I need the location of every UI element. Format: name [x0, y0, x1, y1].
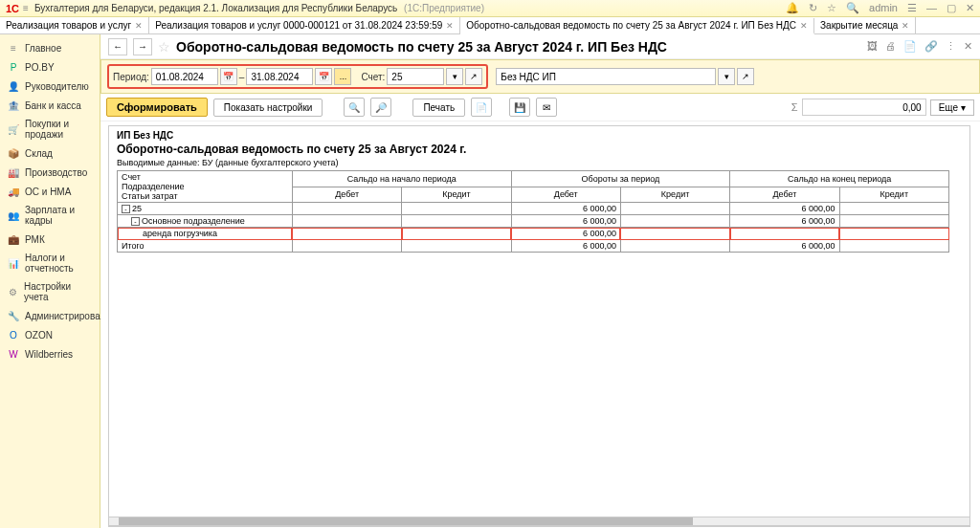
dropdown-icon[interactable]: ▾ [718, 68, 735, 85]
generate-button[interactable]: Сформировать [106, 98, 208, 117]
doc-icon[interactable]: 📄 [903, 40, 917, 53]
tree-toggle-icon[interactable]: - [131, 217, 140, 226]
sidebar-item-label: Склад [25, 148, 53, 159]
period-picker-button[interactable]: ... [334, 68, 351, 85]
sidebar-item-13[interactable]: OOZON [0, 325, 100, 344]
user-label[interactable]: admin [869, 2, 898, 14]
email-icon[interactable]: ✉ [536, 98, 557, 117]
sidebar-item-14[interactable]: WWildberries [0, 344, 100, 363]
sidebar-item-5[interactable]: 📦Склад [0, 143, 100, 163]
search-icon[interactable]: 🔍 [846, 2, 859, 14]
sidebar-item-7[interactable]: 🚚ОС и НМА [0, 182, 100, 201]
sidebar-item-label: Главное [25, 43, 61, 54]
sidebar-item-6[interactable]: 🏭Производство [0, 163, 100, 182]
open-icon[interactable]: ↗ [737, 68, 754, 85]
show-settings-button[interactable]: Показать настройки [213, 99, 323, 117]
sidebar-icon: ≡ [8, 42, 19, 54]
tab-1[interactable]: Реализация товаров и услуг 0000-000121 о… [149, 17, 460, 33]
period-group: Период: 📅 – 📅 ... Счет: ▾ ↗ [107, 64, 488, 89]
zoom-in-icon[interactable]: 🔍 [344, 98, 365, 117]
tab-2[interactable]: Оборотно-сальдовая ведомость по счету 25… [460, 18, 814, 34]
app-title: Бухгалтерия для Беларуси, редакция 2.1. … [34, 3, 786, 13]
sidebar-icon: 📊 [8, 257, 19, 269]
close-page-icon[interactable]: ✕ [964, 40, 972, 53]
favorite-icon[interactable]: ☆ [158, 39, 170, 55]
bell-icon[interactable]: 🔔 [786, 2, 799, 14]
report-org: ИП Без НДС [117, 130, 962, 141]
sidebar-icon: 👤 [8, 80, 19, 92]
more-icon[interactable]: ⋮ [946, 40, 956, 53]
sidebar: ≡ГлавноеPPO.BY👤Руководителю🏦Банк и касса… [0, 34, 100, 528]
star-icon[interactable]: ☆ [827, 2, 836, 14]
tab-close-icon[interactable]: ✕ [800, 21, 808, 31]
sidebar-icon: 📦 [8, 147, 19, 159]
sidebar-item-label: Покупки и продажи [25, 119, 92, 140]
print-button[interactable]: Печать [412, 99, 465, 117]
tab-0[interactable]: Реализация товаров и услуг✕ [0, 17, 149, 33]
report-meta: Выводимые данные: БУ (данные бухгалтерск… [117, 158, 962, 167]
sidebar-item-8[interactable]: 👥Зарплата и кадры [0, 201, 100, 230]
calendar-icon[interactable]: 📅 [220, 68, 237, 85]
back-button[interactable]: ← [108, 38, 127, 55]
date-to-input[interactable] [246, 68, 313, 85]
page-header: ← → ☆ Оборотно-сальдовая ведомость по сч… [100, 34, 980, 59]
org-input[interactable] [496, 68, 716, 85]
maximize-icon[interactable]: ▢ [947, 2, 956, 14]
close-icon[interactable]: ✕ [966, 2, 974, 14]
page-setup-icon[interactable]: 📄 [471, 98, 492, 117]
sidebar-icon: 💼 [8, 233, 19, 245]
sidebar-icon: 🏭 [8, 166, 19, 178]
sum-display [802, 99, 926, 116]
menu-icon[interactable]: ☰ [907, 2, 917, 14]
horizontal-scrollbar[interactable] [108, 517, 970, 526]
sidebar-item-1[interactable]: PPO.BY [0, 57, 100, 77]
minimize-icon[interactable]: — [926, 2, 937, 14]
date-from-input[interactable] [151, 68, 218, 85]
tabs-bar: Реализация товаров и услуг✕ Реализация т… [0, 17, 980, 34]
sidebar-item-10[interactable]: 📊Налоги и отчетность [0, 249, 100, 277]
report-table: Счет Подразделение Статьи затрат Сальдо … [117, 170, 949, 253]
more-button[interactable]: Еще▾ [930, 99, 974, 116]
sidebar-icon: 🔧 [8, 310, 19, 321]
hamburger-icon[interactable]: ≡ [23, 3, 29, 13]
tab-3[interactable]: Закрытие месяца✕ [814, 17, 916, 33]
history-icon[interactable]: ↻ [809, 2, 817, 14]
calendar-icon[interactable]: 📅 [315, 68, 332, 85]
sidebar-item-4[interactable]: 🛒Покупки и продажи [0, 115, 100, 143]
image-icon[interactable]: 🖼 [867, 40, 878, 53]
table-row[interactable]: -Основное подразделение6 000,006 000,00 [118, 215, 949, 228]
sidebar-icon: O [8, 329, 19, 341]
report-title: Оборотно-сальдовая ведомость по счету 25… [117, 143, 962, 156]
link-icon[interactable]: 🔗 [924, 40, 938, 53]
sidebar-item-label: Руководителю [25, 81, 89, 92]
account-input[interactable] [387, 68, 444, 85]
open-icon[interactable]: ↗ [465, 68, 482, 85]
sidebar-item-0[interactable]: ≡Главное [0, 38, 100, 57]
dropdown-icon[interactable]: ▾ [446, 68, 463, 85]
table-row[interactable]: -256 000,006 000,00 [118, 203, 949, 215]
save-icon[interactable]: 💾 [509, 98, 530, 117]
tree-toggle-icon[interactable]: - [122, 205, 130, 213]
sum-icon: Σ [791, 101, 798, 113]
app-logo: 1С [6, 3, 19, 14]
forward-button[interactable]: → [133, 38, 152, 55]
sidebar-item-label: Настройки учета [24, 281, 92, 302]
tab-close-icon[interactable]: ✕ [446, 21, 454, 31]
sidebar-item-2[interactable]: 👤Руководителю [0, 77, 100, 96]
print-icon[interactable]: 🖨 [885, 40, 896, 53]
sidebar-item-label: OZON [25, 330, 53, 341]
sidebar-item-label: Банк и касса [25, 100, 81, 111]
toolbar: Сформировать Показать настройки 🔍 🔎 Печа… [100, 94, 980, 121]
sidebar-icon: 🚚 [8, 186, 19, 197]
sidebar-item-9[interactable]: 💼РМК [0, 230, 100, 249]
sidebar-item-11[interactable]: ⚙Настройки учета [0, 277, 100, 306]
zoom-out-icon[interactable]: 🔎 [370, 98, 391, 117]
sidebar-icon: P [8, 61, 19, 73]
tab-close-icon[interactable]: ✕ [902, 21, 909, 31]
sidebar-item-12[interactable]: 🔧Администрирование [0, 306, 100, 325]
sidebar-item-3[interactable]: 🏦Банк и касса [0, 96, 100, 115]
table-row[interactable]: аренда погрузчика6 000,00 [118, 228, 949, 240]
tab-close-icon[interactable]: ✕ [135, 21, 143, 31]
sidebar-item-label: РМК [25, 234, 45, 245]
table-row[interactable]: Итого6 000,006 000,00 [118, 240, 949, 253]
